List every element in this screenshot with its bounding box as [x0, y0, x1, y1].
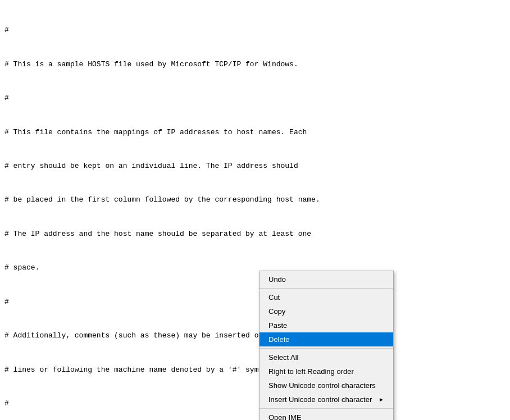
menu-item-cut[interactable]: Cut — [259, 290, 393, 304]
menu-separator-1 — [259, 288, 393, 289]
menu-item-insert-unicode[interactable]: Insert Unicode control character ► — [259, 392, 393, 407]
line-3: # — [4, 93, 506, 104]
menu-item-undo[interactable]: Undo — [259, 272, 393, 286]
line-10: # Additionally, comments (such as these)… — [4, 330, 506, 341]
menu-item-cut-label: Cut — [268, 293, 280, 302]
menu-item-select-all-label: Select All — [268, 353, 298, 362]
menu-item-delete[interactable]: Delete — [259, 332, 393, 346]
menu-item-rtl[interactable]: Right to left Reading order — [259, 364, 393, 378]
menu-item-select-all[interactable]: Select All — [259, 350, 393, 364]
menu-item-undo-label: Undo — [268, 275, 286, 284]
menu-item-open-ime-label: Open IME — [268, 413, 302, 420]
line-6: # be placed in the first column followed… — [4, 194, 506, 206]
line-8: # space. — [4, 262, 506, 273]
line-4: # This file contains the mappings of IP … — [4, 127, 506, 138]
submenu-arrow-icon: ► — [379, 396, 384, 403]
line-1: # — [4, 25, 506, 36]
line-2: # This is a sample HOSTS file used by Mi… — [4, 59, 506, 70]
line-5: # entry should be kept on an individual … — [4, 161, 506, 172]
text-editor[interactable]: # # This is a sample HOSTS file used by … — [0, 0, 510, 420]
menu-item-show-unicode[interactable]: Show Unicode control characters — [259, 378, 393, 392]
menu-item-open-ime[interactable]: Open IME — [259, 410, 393, 420]
line-9: # — [4, 296, 506, 308]
menu-item-rtl-label: Right to left Reading order — [268, 367, 354, 376]
menu-item-paste-label: Paste — [268, 321, 287, 330]
menu-item-copy[interactable]: Copy — [259, 304, 393, 318]
line-7: # The IP address and the host name shoul… — [4, 229, 506, 240]
menu-item-insert-unicode-label: Insert Unicode control character — [268, 395, 372, 404]
menu-item-delete-label: Delete — [268, 335, 290, 344]
menu-item-copy-label: Copy — [268, 307, 285, 316]
menu-item-show-unicode-label: Show Unicode control characters — [268, 381, 376, 390]
line-11: # lines or following the machine name de… — [4, 364, 506, 376]
menu-separator-2 — [259, 348, 393, 349]
menu-separator-3 — [259, 408, 393, 409]
line-12: # — [4, 398, 506, 409]
context-menu: Undo Cut Copy Paste Delete Select All Ri… — [259, 271, 394, 420]
menu-item-paste[interactable]: Paste — [259, 318, 393, 332]
